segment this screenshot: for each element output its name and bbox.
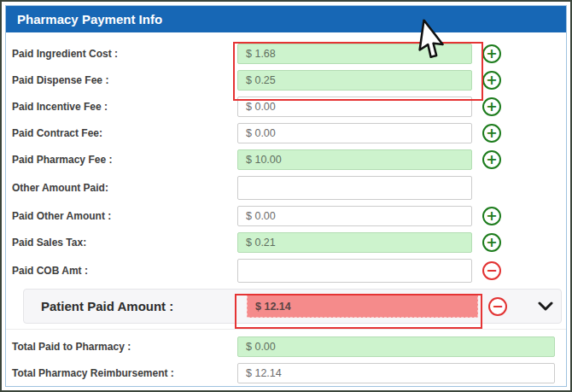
panel-title: Pharmacy Payment Info bbox=[17, 12, 162, 26]
plus-icon-dispense-fee[interactable]: + bbox=[482, 71, 501, 90]
paid-incentive-fee-label: Paid Incentive Fee : bbox=[12, 101, 237, 113]
paid-pharmacy-fee-label: Paid Pharmacy Fee : bbox=[12, 154, 237, 166]
field-row-paid-incentive-fee: Paid Incentive Fee : + bbox=[12, 97, 566, 117]
paid-sales-tax-input[interactable] bbox=[237, 232, 472, 253]
other-amount-paid-input[interactable] bbox=[237, 176, 472, 200]
paid-cob-amt-input[interactable] bbox=[237, 259, 472, 283]
panel-header: Pharmacy Payment Info bbox=[6, 6, 566, 32]
other-amount-paid-label: Other Amount Paid: bbox=[12, 182, 237, 194]
plus-icon-contract-fee[interactable]: + bbox=[482, 124, 501, 143]
field-row-paid-cob-amt: Paid COB Amt : − bbox=[12, 259, 566, 283]
paid-ingredient-cost-label: Paid Ingredient Cost : bbox=[12, 48, 237, 60]
plus-icon-sales-tax[interactable]: + bbox=[482, 233, 501, 252]
paid-ingredient-cost-input[interactable] bbox=[237, 44, 472, 64]
pharmacy-payment-panel: Pharmacy Payment Info Paid Ingredient Co… bbox=[5, 5, 567, 387]
paid-pharmacy-fee-input[interactable] bbox=[237, 149, 472, 170]
field-row-paid-sales-tax: Paid Sales Tax: + bbox=[12, 232, 566, 253]
field-row-paid-other-amount: Paid Other Amount : + bbox=[12, 206, 566, 226]
paid-other-amount-label: Paid Other Amount : bbox=[12, 210, 237, 222]
patient-paid-amount-input[interactable] bbox=[247, 295, 478, 318]
plus-icon-ingredient-cost[interactable]: + bbox=[482, 44, 501, 63]
paid-contract-fee-label: Paid Contract Fee: bbox=[12, 127, 237, 139]
panel-body: Paid Ingredient Cost : + Paid Dispense F… bbox=[6, 32, 566, 383]
total-pharmacy-reimbursement-label: Total Pharmacy Reimbursement : bbox=[12, 367, 237, 379]
minus-icon-patient-paid[interactable]: − bbox=[488, 297, 507, 316]
field-row-total-paid-to-pharmacy: Total Paid to Pharmacy : bbox=[12, 336, 566, 357]
paid-incentive-fee-input[interactable] bbox=[237, 97, 472, 117]
paid-contract-fee-input[interactable] bbox=[237, 123, 472, 143]
paid-dispense-fee-input[interactable] bbox=[237, 70, 472, 91]
plus-icon-other-amount[interactable]: + bbox=[482, 207, 501, 225]
chevron-down-icon[interactable] bbox=[538, 301, 553, 311]
totals-divider bbox=[6, 329, 566, 330]
field-row-paid-pharmacy-fee: Paid Pharmacy Fee : + bbox=[12, 149, 566, 170]
field-row-paid-contract-fee: Paid Contract Fee: + bbox=[12, 123, 566, 143]
field-row-paid-ingredient-cost: Paid Ingredient Cost : + bbox=[12, 44, 566, 64]
minus-icon-cob-amt[interactable]: − bbox=[482, 261, 501, 280]
total-pharmacy-reimbursement-input[interactable] bbox=[237, 363, 555, 383]
paid-other-amount-input[interactable] bbox=[237, 206, 472, 226]
patient-paid-amount-panel: Patient Paid Amount : − bbox=[23, 289, 562, 324]
paid-cob-amt-label: Paid COB Amt : bbox=[12, 265, 237, 277]
plus-icon-incentive-fee[interactable]: + bbox=[482, 97, 501, 116]
field-row-total-pharmacy-reimbursement: Total Pharmacy Reimbursement : bbox=[12, 363, 566, 383]
plus-icon-pharmacy-fee[interactable]: + bbox=[482, 150, 501, 169]
patient-paid-amount-label: Patient Paid Amount : bbox=[41, 299, 247, 313]
field-row-paid-dispense-fee: Paid Dispense Fee : + bbox=[12, 70, 566, 91]
total-paid-to-pharmacy-input[interactable] bbox=[237, 336, 555, 357]
paid-sales-tax-label: Paid Sales Tax: bbox=[12, 237, 237, 249]
total-paid-to-pharmacy-label: Total Paid to Pharmacy : bbox=[12, 341, 237, 353]
field-row-other-amount-paid: Other Amount Paid: bbox=[12, 176, 566, 200]
paid-dispense-fee-label: Paid Dispense Fee : bbox=[12, 74, 237, 86]
pharmacy-payment-window: Pharmacy Payment Info Paid Ingredient Co… bbox=[0, 0, 572, 392]
